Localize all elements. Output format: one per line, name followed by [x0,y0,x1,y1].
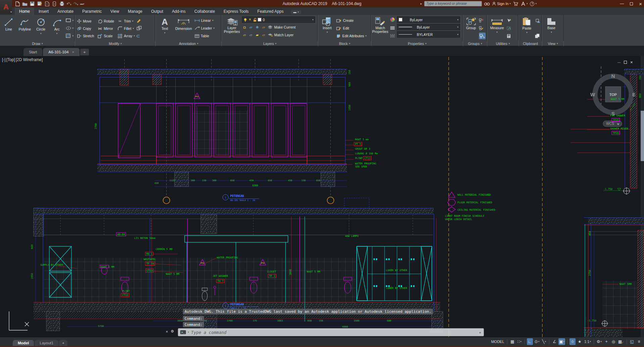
help-icon[interactable]: ?▾ [530,2,537,6]
layer-properties-button[interactable]: Layer Properties [223,16,241,34]
panel-title-clipboard[interactable]: Clipboard [519,41,542,46]
linetype-select[interactable]: BYLAYER▾ [397,31,460,38]
model-tab[interactable]: Model [13,340,34,346]
leader-button[interactable]: Leader▾ [195,25,214,32]
tab-output[interactable]: Output [147,7,167,15]
copy-clip-button[interactable] [535,33,540,39]
model-space-toggle[interactable]: MODEL [490,338,505,345]
make-current-button[interactable]: ◘▱❄▱ Make Current [242,24,315,31]
tab-parametric[interactable]: Parametric [78,7,106,15]
copy-button[interactable]: Copy [77,26,94,31]
new-file-icon[interactable] [15,1,20,6]
annotation-scale-control[interactable]: 1:1▾ [584,338,592,345]
restore-button[interactable] [630,2,633,5]
trim-button[interactable]: ✂Trim▾ [117,19,135,24]
linear-dimension-button[interactable]: Linear▾ [195,17,213,24]
edit-attributes-button[interactable]: Edit Attributes▾ [336,33,366,39]
array-button[interactable]: Array▾ [117,34,135,39]
panel-title-groups[interactable]: Groups▾ [463,41,487,46]
scale-button[interactable]: Scale [97,34,114,39]
ortho-toggle-icon[interactable]: ∟ [527,338,533,345]
file-tab-drawing[interactable]: A6-101-104× [43,48,80,56]
erase-button[interactable] [136,17,142,24]
command-customize-icon[interactable]: ⚙ [170,329,174,334]
rectangle-tool-button[interactable]: ▾ [66,17,74,24]
lineweight-icon[interactable] [390,26,395,32]
open-file-icon[interactable] [22,1,28,6]
fillet-button[interactable]: Fillet▾ [117,26,135,31]
viewport-view-control[interactable]: [Top] [6,57,15,62]
object-color-select[interactable]: ByLayer▾ [397,16,460,23]
offset-button[interactable]: ⊂ [136,33,142,39]
ungroup-button[interactable] [479,17,486,24]
annotation-monitor-icon[interactable]: + [603,338,609,345]
lineweight-select[interactable]: ByLayer▾ [397,24,460,30]
isodraft-icon[interactable]: ╲▾ [541,338,547,345]
move-button[interactable]: Move [77,19,94,24]
panel-title-layers[interactable]: Layers▾ [222,41,318,46]
mobile-icon[interactable] [52,1,57,6]
redo-icon[interactable]: ↷▾ [73,1,78,6]
graphics-performance-icon[interactable]: ▩✓ [617,338,625,345]
sign-in-button[interactable]: Sign In ▾ [492,2,511,6]
text-button[interactable]: A Text▾ [157,16,172,35]
customization-menu-icon[interactable]: ≡ [636,338,642,345]
match-properties-button[interactable]: Match Properties [373,16,388,34]
command-close-icon[interactable]: × [166,330,168,334]
snap-toggle-icon[interactable]: ∷▾ [516,338,523,345]
circle-button[interactable]: Circle▾ [34,16,48,35]
drawing-restore-button[interactable] [624,61,627,64]
insert-button[interactable]: Insert▾ [319,16,335,34]
cut-button[interactable] [535,17,540,24]
object-snap-icon[interactable]: ▣▾ [558,338,565,345]
group-button[interactable]: Group [464,16,478,30]
polyline-button[interactable]: Polyline [17,16,32,31]
hatch-tool-button[interactable]: ▾ [66,33,74,39]
tab-express-tools[interactable]: Express Tools [219,7,253,15]
search-input[interactable]: Type a keyword or phrase [424,1,482,6]
polar-tracking-icon[interactable]: ⊙▾ [534,338,540,345]
share-icon[interactable] [44,1,50,6]
tab-manage[interactable]: Manage [123,7,147,15]
arc-button[interactable]: Arc▾ [50,16,64,35]
create-block-button[interactable]: Create [336,17,354,24]
close-button[interactable]: × [639,1,642,7]
new-layout-button[interactable]: + [59,340,67,346]
tab-collaborate[interactable]: Collaborate [190,7,219,15]
color-wheel-icon[interactable] [390,17,395,23]
rotate-button[interactable]: Rotate [97,19,114,24]
clean-screen-icon[interactable]: ◱ [629,338,635,345]
object-snap-tracking-icon[interactable]: ∠ [551,338,557,345]
edit-block-button[interactable]: Edit [336,25,349,32]
tab-add-ins[interactable]: Add-ins [167,7,190,15]
layout1-tab[interactable]: Layout1 [35,340,58,346]
save-icon[interactable] [30,1,35,6]
group-selection-toggle[interactable] [479,33,486,39]
search-binoculars-icon[interactable] [484,1,490,6]
panel-title-properties[interactable]: Properties▾ [371,41,463,46]
explode-button[interactable] [136,25,142,32]
minimize-button[interactable]: — [620,1,624,6]
panel-title-draw[interactable]: Draw▾ [0,41,75,46]
undo-icon[interactable]: ↶▾ [66,1,71,6]
panel-title-view[interactable]: View▾ [542,41,564,46]
drawing-minimize-button[interactable]: — [617,61,621,64]
mirror-button[interactable]: ⋈Mirror [97,26,114,31]
save-as-icon[interactable] [37,1,42,6]
group-edit-button[interactable] [479,25,486,32]
panel-title-annotation[interactable]: Annotation▾ [156,41,222,46]
viewport-visualstyle-control[interactable]: [2D Wireframe] [16,57,43,62]
tab-featured-apps[interactable]: Featured Apps [253,7,288,15]
tab-home[interactable]: Home [15,7,34,15]
flyout-icon[interactable]: ▸ [420,2,422,5]
quick-select-button[interactable] [507,17,511,24]
file-tab-start[interactable]: Start [23,48,42,56]
drawing-canvas[interactable]: [-] [Top] [2D Wireframe] — × [0,56,644,337]
grid-toggle-icon[interactable]: ▦ [509,338,515,345]
drawing-close-button[interactable]: × [630,60,633,65]
stretch-button[interactable]: Stretch [77,34,94,39]
command-input[interactable]: Type a command [191,330,477,335]
paste-button[interactable]: Paste▾ [520,16,534,34]
dimension-button[interactable]: Dimension [174,16,193,31]
new-drawing-tab-button[interactable]: ＋ [80,49,89,55]
